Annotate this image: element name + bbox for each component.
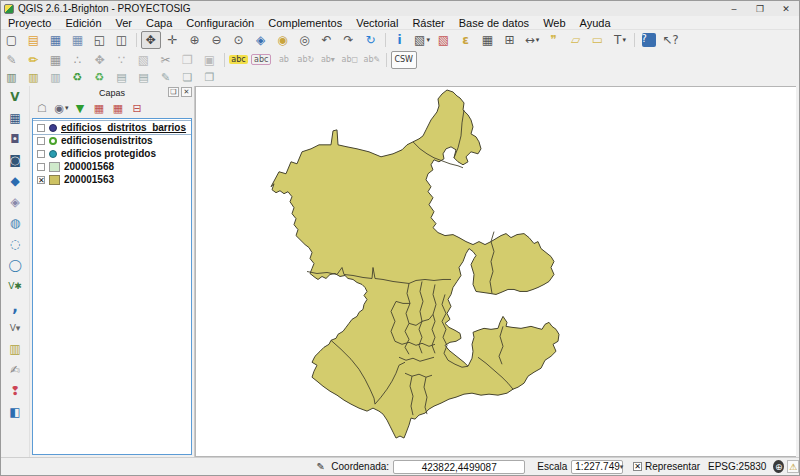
layer-row[interactable]: 200001568: [33, 160, 191, 173]
scale-combo[interactable]: 1:227.749 ▾: [571, 460, 623, 474]
close-button[interactable]: ✕: [773, 1, 799, 16]
render-checkbox[interactable]: ✕: [633, 462, 642, 471]
remove-layer-icon[interactable]: ⊟: [129, 100, 146, 116]
zoom-in-icon[interactable]: ⊕: [185, 31, 205, 49]
synchronize-offline-icon[interactable]: ▥: [24, 70, 44, 85]
composer-manager-icon[interactable]: ◫: [112, 31, 132, 49]
add-spatialite-layer-icon[interactable]: ◘: [4, 128, 26, 149]
zoom-to-layer-icon[interactable]: ◎: [295, 31, 315, 49]
cut-features-icon[interactable]: ✂: [156, 51, 176, 69]
add-raster-layer-icon[interactable]: ▦: [4, 107, 26, 128]
move-feature-icon[interactable]: ✥: [90, 51, 110, 69]
refresh-icon[interactable]: ↻: [361, 31, 381, 49]
help-icon[interactable]: ?: [639, 31, 659, 49]
db-manager-icon[interactable]: ▥: [4, 338, 26, 359]
field-calculator-icon[interactable]: ⊞: [500, 31, 520, 49]
select-features-icon[interactable]: ▧▾: [412, 31, 432, 49]
add-wms-layer-icon[interactable]: ◍: [4, 212, 26, 233]
maximize-button[interactable]: ❐: [747, 1, 773, 16]
menu-item[interactable]: Capa: [139, 17, 179, 29]
collapse-all-icon[interactable]: ▦: [110, 100, 127, 116]
menu-item[interactable]: Ayuda: [573, 17, 618, 29]
add-mssql-layer-icon[interactable]: ◆: [4, 170, 26, 191]
layer-row[interactable]: edificios protegidos: [33, 147, 191, 160]
open-project-icon[interactable]: ▤: [24, 31, 44, 49]
measure-icon[interactable]: ↔▾: [522, 31, 542, 49]
menu-item[interactable]: Base de datos: [452, 17, 536, 29]
search-catalog-icon[interactable]: ♻: [68, 70, 88, 85]
map-canvas[interactable]: [195, 86, 796, 457]
add-feature-icon[interactable]: ∴: [68, 51, 88, 69]
toggle-extents-icon[interactable]: ✎: [314, 460, 327, 474]
map-tips-icon[interactable]: ❞: [544, 31, 564, 49]
add-delimited-text-layer-icon[interactable]: ,: [4, 296, 26, 317]
convert-to-offline-icon[interactable]: ▥: [2, 70, 22, 85]
label-show-hide-icon[interactable]: ab◻: [340, 51, 360, 69]
labeling-options-icon[interactable]: abc: [251, 51, 272, 69]
menu-item[interactable]: Ver: [109, 17, 140, 29]
copy-features-icon[interactable]: ❐: [178, 51, 198, 69]
layer-row[interactable]: ✕ 200001563: [33, 173, 191, 186]
add-group-icon[interactable]: ☖: [34, 100, 51, 116]
filter-legend-icon[interactable]: ▼: [72, 100, 89, 116]
export-document-icon[interactable]: ▤: [112, 70, 132, 85]
coordinate-input[interactable]: 423822,4499087: [393, 460, 525, 474]
layer-visibility-checkbox[interactable]: [37, 124, 45, 132]
whats-this-icon[interactable]: ↖?: [661, 31, 681, 49]
show-bookmarks-icon[interactable]: ▭: [588, 31, 608, 49]
panel-float-button[interactable]: ❏: [168, 87, 179, 97]
layer-row[interactable]: edificios_distritos_barrios: [33, 121, 191, 134]
crs-status-icon[interactable]: ⊕: [773, 460, 784, 473]
current-edits-icon[interactable]: ✎: [2, 51, 22, 69]
open-document-icon[interactable]: ❏: [178, 70, 198, 85]
touch-zoom-icon[interactable]: ✛: [163, 31, 183, 49]
add-wfs-layer-icon[interactable]: ◯: [4, 254, 26, 275]
add-oracle-layer-icon[interactable]: ◈: [4, 191, 26, 212]
add-virtual-layer-icon[interactable]: V▾: [4, 317, 26, 338]
sketch-tool-icon[interactable]: ✎: [156, 70, 176, 85]
add-postgis-layer-icon[interactable]: ◙: [4, 149, 26, 170]
label-move-icon[interactable]: ab: [274, 51, 294, 69]
menu-item[interactable]: Ráster: [405, 17, 451, 29]
save-project-as-icon[interactable]: ▦: [68, 31, 88, 49]
zoom-full-icon[interactable]: ◈: [251, 31, 271, 49]
layer-visibility-checkbox[interactable]: [37, 163, 45, 171]
menu-item[interactable]: Proyecto: [1, 17, 58, 29]
zoom-next-icon[interactable]: ↷: [339, 31, 359, 49]
python-console-icon[interactable]: ◧: [4, 401, 26, 422]
layer-visibility-checkbox[interactable]: [37, 137, 45, 145]
zoom-last-icon[interactable]: ↶: [317, 31, 337, 49]
menu-item[interactable]: Edición: [58, 17, 108, 29]
pan-map-icon[interactable]: ✥: [141, 31, 161, 49]
offline-project-icon[interactable]: ▥: [46, 70, 66, 85]
query-builder-icon[interactable]: ✍: [4, 359, 26, 380]
add-vector-layer-icon[interactable]: V: [4, 86, 26, 107]
import-document-icon[interactable]: ▤: [134, 70, 154, 85]
layer-labeling-icon[interactable]: abc: [229, 51, 249, 69]
menu-item[interactable]: Configuración: [179, 17, 261, 29]
layer-visibility-checkbox[interactable]: [37, 150, 45, 158]
save-project-icon[interactable]: ▦: [46, 31, 66, 49]
harvest-service-icon[interactable]: ♻: [90, 70, 110, 85]
label-rotate-icon[interactable]: ab↻: [296, 51, 316, 69]
csw-metasearch-icon[interactable]: CSW: [391, 51, 417, 69]
toggle-editing-icon[interactable]: ✏: [24, 51, 44, 69]
minimize-button[interactable]: –: [721, 1, 747, 16]
menu-item[interactable]: Vectorial: [349, 17, 405, 29]
deselect-features-icon[interactable]: ▧: [434, 31, 454, 49]
panel-close-button[interactable]: ✕: [181, 87, 192, 97]
expand-all-icon[interactable]: ▦: [91, 100, 108, 116]
label-properties-icon[interactable]: ab✎: [362, 51, 382, 69]
paste-features-icon[interactable]: ▣: [200, 51, 220, 69]
text-annotation-icon[interactable]: T▾: [610, 31, 630, 49]
add-wcs-layer-icon[interactable]: ◌: [4, 233, 26, 254]
label-pin-icon[interactable]: ab▾: [318, 51, 338, 69]
save-document-icon[interactable]: ❐: [200, 70, 220, 85]
annotation-tool-icon[interactable]: ❢: [4, 380, 26, 401]
new-project-icon[interactable]: ▢: [2, 31, 22, 49]
new-composer-icon[interactable]: ◱: [90, 31, 110, 49]
menu-item[interactable]: Web: [536, 17, 572, 29]
delete-selected-icon[interactable]: ▧: [134, 51, 154, 69]
save-layer-edits-icon[interactable]: ▦: [46, 51, 66, 69]
manage-visibility-icon[interactable]: ◉▾: [53, 100, 70, 116]
